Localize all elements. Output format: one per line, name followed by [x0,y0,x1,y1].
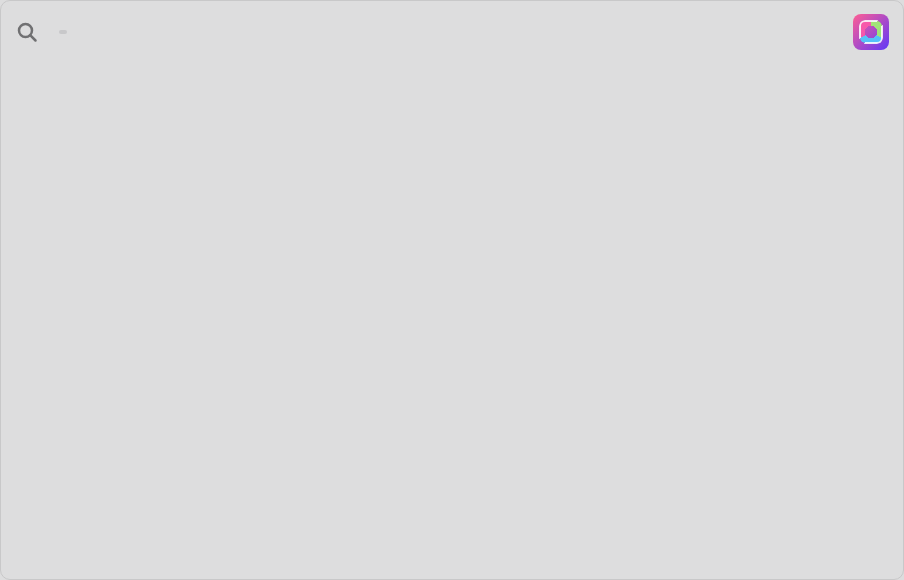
search-icon [15,20,39,44]
results-list [1,63,903,73]
svg-line-1 [30,35,35,40]
search-bar [1,1,903,63]
shortcuts-app-icon [853,14,889,50]
search-completion [59,30,67,34]
